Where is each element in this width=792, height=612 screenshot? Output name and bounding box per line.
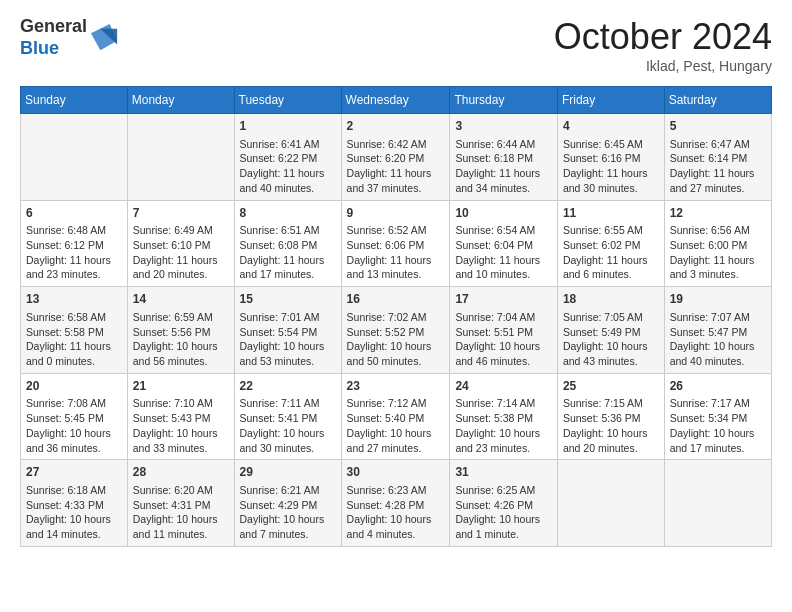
calendar-cell: 14Sunrise: 6:59 AMSunset: 5:56 PMDayligh… (127, 287, 234, 374)
daylight-text: Daylight: 11 hours and 0 minutes. (26, 339, 122, 368)
day-number: 22 (240, 378, 336, 395)
sunset-text: Sunset: 6:18 PM (455, 151, 552, 166)
calendar-cell: 19Sunrise: 7:07 AMSunset: 5:47 PMDayligh… (664, 287, 771, 374)
day-number: 7 (133, 205, 229, 222)
calendar-cell: 12Sunrise: 6:56 AMSunset: 6:00 PMDayligh… (664, 200, 771, 287)
daylight-text: Daylight: 10 hours and 23 minutes. (455, 426, 552, 455)
calendar-cell: 8Sunrise: 6:51 AMSunset: 6:08 PMDaylight… (234, 200, 341, 287)
daylight-text: Daylight: 10 hours and 53 minutes. (240, 339, 336, 368)
calendar-cell: 23Sunrise: 7:12 AMSunset: 5:40 PMDayligh… (341, 373, 450, 460)
calendar-cell: 18Sunrise: 7:05 AMSunset: 5:49 PMDayligh… (557, 287, 664, 374)
day-number: 12 (670, 205, 766, 222)
day-number: 6 (26, 205, 122, 222)
logo-text: General Blue (20, 16, 87, 59)
sunset-text: Sunset: 4:29 PM (240, 498, 336, 513)
month-title: October 2024 (554, 16, 772, 58)
sunrise-text: Sunrise: 6:54 AM (455, 223, 552, 238)
calendar-cell: 26Sunrise: 7:17 AMSunset: 5:34 PMDayligh… (664, 373, 771, 460)
day-number: 8 (240, 205, 336, 222)
calendar-cell: 11Sunrise: 6:55 AMSunset: 6:02 PMDayligh… (557, 200, 664, 287)
daylight-text: Daylight: 10 hours and 40 minutes. (670, 339, 766, 368)
calendar-cell: 25Sunrise: 7:15 AMSunset: 5:36 PMDayligh… (557, 373, 664, 460)
daylight-text: Daylight: 10 hours and 17 minutes. (670, 426, 766, 455)
sunrise-text: Sunrise: 7:17 AM (670, 396, 766, 411)
calendar-cell: 27Sunrise: 6:18 AMSunset: 4:33 PMDayligh… (21, 460, 128, 547)
sunrise-text: Sunrise: 7:01 AM (240, 310, 336, 325)
sunset-text: Sunset: 5:51 PM (455, 325, 552, 340)
daylight-text: Daylight: 10 hours and 36 minutes. (26, 426, 122, 455)
daylight-text: Daylight: 10 hours and 33 minutes. (133, 426, 229, 455)
daylight-text: Daylight: 11 hours and 27 minutes. (670, 166, 766, 195)
sunset-text: Sunset: 5:43 PM (133, 411, 229, 426)
sunrise-text: Sunrise: 7:14 AM (455, 396, 552, 411)
sunset-text: Sunset: 6:00 PM (670, 238, 766, 253)
logo-icon (91, 24, 119, 52)
calendar-cell: 20Sunrise: 7:08 AMSunset: 5:45 PMDayligh… (21, 373, 128, 460)
calendar-cell: 28Sunrise: 6:20 AMSunset: 4:31 PMDayligh… (127, 460, 234, 547)
sunset-text: Sunset: 6:14 PM (670, 151, 766, 166)
calendar-week-row: 20Sunrise: 7:08 AMSunset: 5:45 PMDayligh… (21, 373, 772, 460)
calendar-cell: 21Sunrise: 7:10 AMSunset: 5:43 PMDayligh… (127, 373, 234, 460)
daylight-text: Daylight: 10 hours and 11 minutes. (133, 512, 229, 541)
title-block: October 2024 Iklad, Pest, Hungary (554, 16, 772, 74)
day-number: 2 (347, 118, 445, 135)
day-number: 17 (455, 291, 552, 308)
sunset-text: Sunset: 5:38 PM (455, 411, 552, 426)
daylight-text: Daylight: 10 hours and 14 minutes. (26, 512, 122, 541)
daylight-text: Daylight: 11 hours and 23 minutes. (26, 253, 122, 282)
daylight-text: Daylight: 10 hours and 20 minutes. (563, 426, 659, 455)
calendar-cell: 22Sunrise: 7:11 AMSunset: 5:41 PMDayligh… (234, 373, 341, 460)
daylight-text: Daylight: 11 hours and 30 minutes. (563, 166, 659, 195)
sunset-text: Sunset: 5:58 PM (26, 325, 122, 340)
daylight-text: Daylight: 11 hours and 13 minutes. (347, 253, 445, 282)
page-header: General Blue October 2024 Iklad, Pest, H… (20, 16, 772, 74)
sunset-text: Sunset: 6:12 PM (26, 238, 122, 253)
daylight-text: Daylight: 11 hours and 34 minutes. (455, 166, 552, 195)
sunset-text: Sunset: 6:02 PM (563, 238, 659, 253)
sunrise-text: Sunrise: 7:02 AM (347, 310, 445, 325)
sunrise-text: Sunrise: 6:58 AM (26, 310, 122, 325)
sunrise-text: Sunrise: 7:07 AM (670, 310, 766, 325)
weekday-header: Saturday (664, 87, 771, 114)
sunrise-text: Sunrise: 6:20 AM (133, 483, 229, 498)
sunrise-text: Sunrise: 7:10 AM (133, 396, 229, 411)
weekday-header-row: SundayMondayTuesdayWednesdayThursdayFrid… (21, 87, 772, 114)
sunset-text: Sunset: 6:20 PM (347, 151, 445, 166)
calendar-cell (127, 114, 234, 201)
day-number: 4 (563, 118, 659, 135)
daylight-text: Daylight: 10 hours and 7 minutes. (240, 512, 336, 541)
calendar-cell: 31Sunrise: 6:25 AMSunset: 4:26 PMDayligh… (450, 460, 558, 547)
sunset-text: Sunset: 4:26 PM (455, 498, 552, 513)
daylight-text: Daylight: 11 hours and 3 minutes. (670, 253, 766, 282)
sunset-text: Sunset: 5:54 PM (240, 325, 336, 340)
daylight-text: Daylight: 10 hours and 56 minutes. (133, 339, 229, 368)
sunrise-text: Sunrise: 6:42 AM (347, 137, 445, 152)
weekday-header: Tuesday (234, 87, 341, 114)
sunrise-text: Sunrise: 6:21 AM (240, 483, 336, 498)
sunset-text: Sunset: 6:16 PM (563, 151, 659, 166)
day-number: 31 (455, 464, 552, 481)
location: Iklad, Pest, Hungary (554, 58, 772, 74)
day-number: 25 (563, 378, 659, 395)
daylight-text: Daylight: 11 hours and 37 minutes. (347, 166, 445, 195)
calendar-cell: 16Sunrise: 7:02 AMSunset: 5:52 PMDayligh… (341, 287, 450, 374)
day-number: 28 (133, 464, 229, 481)
calendar-cell: 13Sunrise: 6:58 AMSunset: 5:58 PMDayligh… (21, 287, 128, 374)
sunset-text: Sunset: 5:41 PM (240, 411, 336, 426)
day-number: 14 (133, 291, 229, 308)
sunset-text: Sunset: 6:06 PM (347, 238, 445, 253)
sunset-text: Sunset: 5:40 PM (347, 411, 445, 426)
calendar-week-row: 27Sunrise: 6:18 AMSunset: 4:33 PMDayligh… (21, 460, 772, 547)
day-number: 16 (347, 291, 445, 308)
calendar-cell: 17Sunrise: 7:04 AMSunset: 5:51 PMDayligh… (450, 287, 558, 374)
weekday-header: Wednesday (341, 87, 450, 114)
daylight-text: Daylight: 10 hours and 50 minutes. (347, 339, 445, 368)
sunrise-text: Sunrise: 6:48 AM (26, 223, 122, 238)
sunrise-text: Sunrise: 6:45 AM (563, 137, 659, 152)
daylight-text: Daylight: 10 hours and 30 minutes. (240, 426, 336, 455)
daylight-text: Daylight: 11 hours and 10 minutes. (455, 253, 552, 282)
daylight-text: Daylight: 10 hours and 46 minutes. (455, 339, 552, 368)
sunrise-text: Sunrise: 7:08 AM (26, 396, 122, 411)
sunrise-text: Sunrise: 6:44 AM (455, 137, 552, 152)
sunrise-text: Sunrise: 6:49 AM (133, 223, 229, 238)
